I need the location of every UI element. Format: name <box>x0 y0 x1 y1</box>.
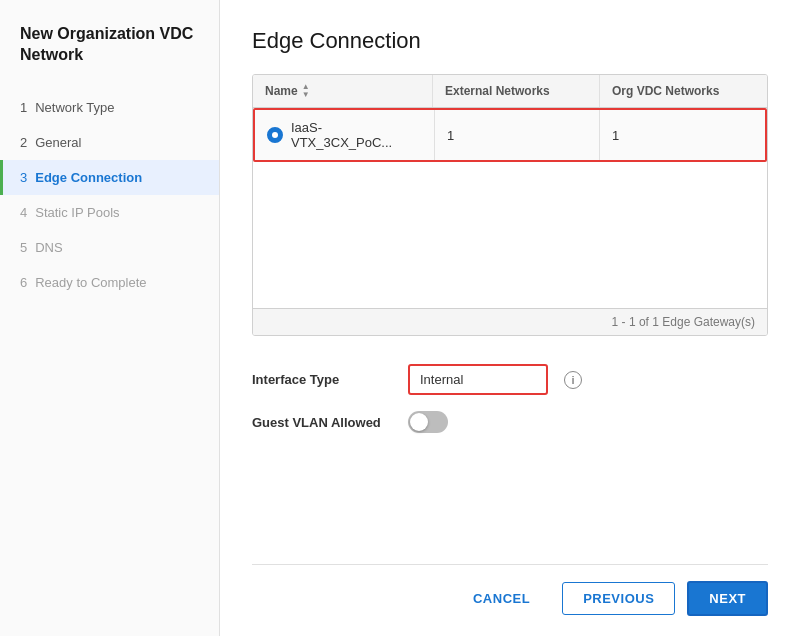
table-footer: 1 - 1 of 1 Edge Gateway(s) <box>253 308 767 335</box>
guest-vlan-toggle-container <box>408 411 448 433</box>
sidebar-title: New Organization VDC Network <box>0 24 219 90</box>
td-external-networks: 1 <box>435 110 600 160</box>
main-content: Edge Connection Name ▲▼ External Network… <box>220 0 800 636</box>
guest-vlan-label: Guest VLAN Allowed <box>252 415 392 430</box>
table-header: Name ▲▼ External Networks Org VDC Networ… <box>253 75 767 108</box>
guest-vlan-row: Guest VLAN Allowed <box>252 411 768 433</box>
sidebar-item-label-2: General <box>35 135 81 150</box>
sidebar-item-static-ip-pools[interactable]: 4 Static IP Pools <box>0 195 219 230</box>
info-icon[interactable]: i <box>564 371 582 389</box>
sidebar-item-ready-to-complete[interactable]: 6 Ready to Complete <box>0 265 219 300</box>
step-num-1: 1 <box>20 100 27 115</box>
table-row[interactable]: IaaS-VTX_3CX_PoC... 1 1 <box>253 108 767 162</box>
sidebar-item-label-3: Edge Connection <box>35 170 142 185</box>
step-num-6: 6 <box>20 275 27 290</box>
edge-gateway-table: Name ▲▼ External Networks Org VDC Networ… <box>252 74 768 336</box>
sort-icons-name[interactable]: ▲▼ <box>302 83 310 99</box>
col-external-networks: External Networks <box>433 75 600 107</box>
step-num-5: 5 <box>20 240 27 255</box>
cancel-button[interactable]: CANCEL <box>453 583 550 614</box>
modal-dialog: New Organization VDC Network 1 Network T… <box>0 0 800 636</box>
form-section: Interface Type i Guest VLAN Allowed <box>252 364 768 433</box>
td-org-vdc-networks: 1 <box>600 110 765 160</box>
sidebar-item-label-5: DNS <box>35 240 62 255</box>
next-button[interactable]: NEXT <box>687 581 768 616</box>
radio-selected[interactable] <box>267 127 283 143</box>
col-name: Name ▲▼ <box>253 75 433 107</box>
sidebar-item-dns[interactable]: 5 DNS <box>0 230 219 265</box>
table-body: IaaS-VTX_3CX_PoC... 1 1 <box>253 108 767 308</box>
sidebar-item-label-1: Network Type <box>35 100 114 115</box>
toggle-knob <box>410 413 428 431</box>
sidebar-item-label-6: Ready to Complete <box>35 275 146 290</box>
sidebar-item-general[interactable]: 2 General <box>0 125 219 160</box>
sidebar-item-edge-connection[interactable]: 3 Edge Connection <box>0 160 219 195</box>
previous-button[interactable]: PREVIOUS <box>562 582 675 615</box>
sidebar: New Organization VDC Network 1 Network T… <box>0 0 220 636</box>
col-org-vdc-networks: Org VDC Networks <box>600 75 767 107</box>
sidebar-item-label-4: Static IP Pools <box>35 205 119 220</box>
page-title: Edge Connection <box>252 28 768 54</box>
dialog-footer: CANCEL PREVIOUS NEXT <box>252 564 768 616</box>
interface-type-row: Interface Type i <box>252 364 768 395</box>
step-num-3: 3 <box>20 170 27 185</box>
sidebar-item-network-type[interactable]: 1 Network Type <box>0 90 219 125</box>
td-name: IaaS-VTX_3CX_PoC... <box>255 110 435 160</box>
step-num-2: 2 <box>20 135 27 150</box>
interface-type-input[interactable] <box>408 364 548 395</box>
interface-type-label: Interface Type <box>252 372 392 387</box>
guest-vlan-toggle[interactable] <box>408 411 448 433</box>
step-num-4: 4 <box>20 205 27 220</box>
